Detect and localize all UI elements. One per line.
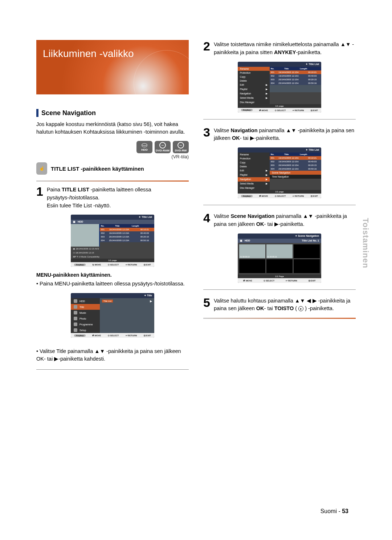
play-circle-icon: ▸: [298, 306, 303, 311]
svg-point-0: [142, 143, 147, 146]
step-3: 3 Valitse Navigation painamalla ▲▼ -pain…: [203, 126, 356, 143]
vr-mode-label: (VR-tila): [36, 154, 189, 159]
right-pane: Title List ▶: [100, 298, 154, 333]
step-text: Paina TITLE LIST -painiketta laitteen ol…: [47, 185, 189, 210]
osd-nav-submenu: ✦ Title List RenameProtectionCopyDeleteE…: [238, 147, 321, 198]
banner-title: Liikkuminen -valikko: [43, 48, 134, 59]
nav-submenu: Scene Navigation Time Navigation: [270, 171, 321, 179]
step-5: 5 Valitse haluttu kohtaus painamalla ▲▼ …: [203, 296, 356, 313]
separator: [36, 369, 189, 370]
menu-subhead: MENU-painikkeen käyttäminen.: [36, 272, 189, 278]
dvd-ram-icon: •••DVD-RAM: [155, 141, 171, 153]
hdd-icon: HDD: [136, 141, 152, 153]
osd-title-list: ✦ Title List ▣ HDD No.TitleLength 00119/…: [71, 215, 154, 267]
page-banner: Liikkuminen -valikko: [36, 40, 189, 94]
section-heading: Scene Navigation: [36, 109, 189, 117]
step-2: 2 Valitse toistettava nimike nimikeluett…: [203, 40, 356, 57]
heading-bar-icon: [36, 109, 38, 117]
heading-text: Scene Navigation: [41, 109, 96, 117]
scene-grid: 01 00:00:1001 00:05:16: [238, 243, 321, 275]
step-1: 1 Paina TITLE LIST -painiketta laitteen …: [36, 185, 189, 210]
left-menu: HDDTitleMusicPhotoProgrammeSetup: [71, 298, 100, 333]
osd-scene-navigation: ✦ Scene Navigation ▣ HDDTitle List No. 1…: [238, 234, 321, 283]
step-4: 4 Valitse Scene Navigation painamalla ▲▼…: [203, 212, 356, 228]
title-select-bullet: • Valitse Title painamalla ▲▼ -painikkei…: [36, 348, 189, 363]
intro-paragraph: Jos kappale koostuu merkinnöistä (katso …: [36, 121, 189, 136]
media-badges: HDD •••DVD-RAM •••DVD-RW: [36, 141, 189, 153]
osd-context-menu: ✦ Title List RenameProtectionCopyDeleteE…: [238, 62, 321, 113]
subhead-text: TITLE LIST -painikkeen käyttäminen: [51, 166, 144, 172]
step-number: 1: [36, 185, 43, 210]
dvd-rw-icon: •••DVD-RW: [173, 141, 189, 153]
title-list-subhead: ☝ TITLE LIST -painikkeen käyttäminen: [36, 162, 189, 175]
side-tab: Toistaminen: [361, 218, 370, 268]
page-number: Suomi - 53: [320, 508, 348, 515]
osd-title-menu: ✦ Title HDDTitleMusicPhotoProgrammeSetup…: [71, 293, 154, 338]
gradient-rule: [36, 180, 189, 182]
menu-bullet: • Paina MENU-painiketta laitteen ollessa…: [36, 280, 189, 288]
hand-icon: ☝: [36, 162, 47, 175]
title-table: No.TitleLength: [100, 224, 154, 228]
preview-thumb: [71, 224, 100, 247]
